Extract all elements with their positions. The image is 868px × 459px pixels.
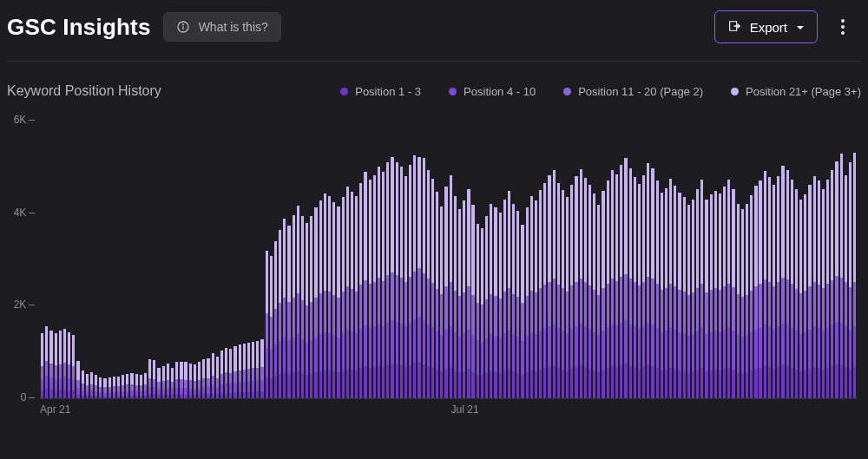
- y-axis-tick: 2K: [7, 298, 35, 311]
- legend-label: Position 21+ (Page 3+): [746, 85, 861, 98]
- export-icon: [727, 19, 741, 36]
- legend-label: Position 1 - 3: [355, 85, 421, 98]
- x-axis-tick: Apr 21: [40, 403, 70, 416]
- what-is-this-button[interactable]: What is this?: [163, 12, 281, 42]
- chart-title: Keyword Position History: [7, 83, 161, 99]
- svg-point-2: [182, 24, 183, 25]
- legend-dot-icon: [449, 88, 457, 95]
- svg-point-4: [841, 25, 845, 29]
- export-button[interactable]: Export: [714, 10, 818, 43]
- svg-point-3: [841, 19, 845, 23]
- caret-down-icon: [796, 20, 805, 35]
- legend-item[interactable]: Position 4 - 10: [449, 85, 536, 98]
- legend-dot-icon: [731, 88, 739, 95]
- legend-item[interactable]: Position 11 - 20 (Page 2): [563, 85, 703, 98]
- legend-item[interactable]: Position 1 - 3: [340, 85, 421, 98]
- y-axis-tick: 0: [7, 391, 35, 403]
- legend-dot-icon: [340, 88, 348, 95]
- svg-point-5: [841, 31, 845, 35]
- y-axis-tick: 4K: [7, 207, 35, 219]
- bar: [852, 153, 857, 398]
- legend-label: Position 4 - 10: [464, 85, 536, 98]
- legend-label: Position 11 - 20 (Page 2): [578, 85, 703, 98]
- info-icon: [176, 20, 190, 34]
- page-title: GSC Insights: [7, 14, 151, 41]
- export-label: Export: [750, 20, 787, 35]
- y-axis-tick: 6K: [7, 114, 35, 126]
- legend-dot-icon: [563, 88, 571, 95]
- x-axis-tick: Jul 21: [451, 403, 479, 416]
- what-is-this-label: What is this?: [199, 20, 268, 34]
- more-menu-button[interactable]: [826, 10, 859, 43]
- legend: Position 1 - 3Position 4 - 10Position 11…: [340, 85, 861, 98]
- legend-item[interactable]: Position 21+ (Page 3+): [731, 85, 861, 98]
